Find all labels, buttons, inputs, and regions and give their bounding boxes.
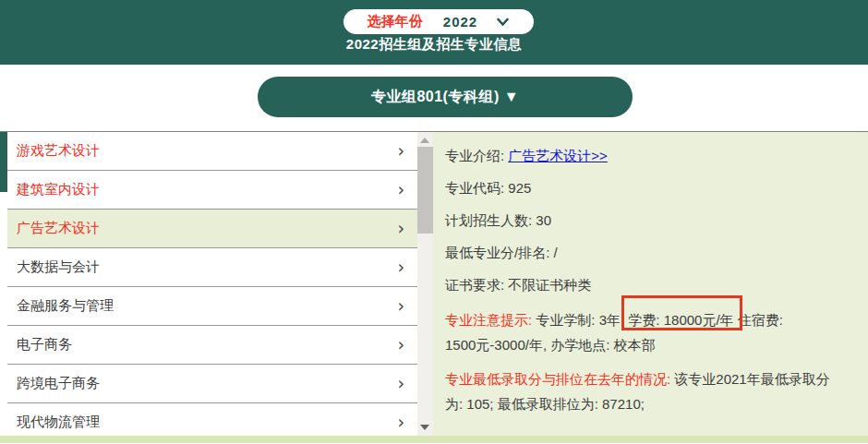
detail-cert-row: 证书要求: 不限证书种类 — [445, 275, 859, 294]
detail-notice-row: 专业注意提示: 专业学制: 3年, 学费: 18000元/年 住宿费:1500元… — [445, 307, 859, 357]
major-list-item[interactable]: 建筑室内设计 › — [7, 171, 417, 210]
tuition-annotation-box: 学费: 18000元/年 — [628, 312, 733, 328]
chevron-down-icon — [496, 18, 510, 27]
chevron-right-icon: › — [397, 258, 404, 276]
major-list-item[interactable]: 现代物流管理 › — [7, 403, 417, 436]
major-label: 金融服务与管理 — [17, 297, 114, 315]
notice-post1: 住宿费: — [734, 312, 783, 328]
scrollbar-thumb[interactable] — [417, 147, 433, 234]
year-selector-label: 选择年份 — [368, 13, 423, 30]
chevron-right-icon: › — [397, 220, 404, 237]
major-list-item[interactable]: 跨境电子商务 › — [7, 365, 417, 403]
history-line1: 该专业2021年最低录取分 — [674, 371, 829, 387]
major-group-button[interactable]: 专业组801(专科组) ▼ — [258, 77, 633, 117]
major-label: 广告艺术设计 — [17, 220, 100, 237]
plan-label: 计划招生人数: — [445, 212, 536, 228]
major-list-item[interactable]: 游戏艺术设计 › — [7, 132, 417, 171]
major-list-item[interactable]: 金融服务与管理 › — [7, 287, 417, 326]
top-header: 选择年份 2022 2022招生组及招生专业信息 — [0, 0, 868, 65]
major-label: 电子商务 — [17, 336, 72, 354]
minscore-label: 最低专业分/排名: — [445, 245, 554, 260]
detail-plan-row: 计划招生人数: 30 — [445, 210, 859, 230]
detail-code-row: 专业代码: 925 — [445, 178, 859, 198]
year-selector-value: 2022 — [443, 14, 477, 30]
plan-value: 30 — [536, 212, 551, 228]
code-value: 925 — [508, 180, 531, 196]
intro-label: 专业介绍: — [445, 148, 508, 163]
footer-bar — [0, 436, 868, 443]
code-label: 专业代码: — [445, 180, 508, 196]
history-label: 专业最低录取分与排位在去年的情况: — [445, 371, 674, 387]
major-list-item[interactable]: 电子商务 › — [7, 326, 417, 365]
detail-minscore-row: 最低专业分/排名: / — [445, 243, 859, 262]
scroll-up-icon[interactable] — [420, 138, 429, 143]
detail-intro-row: 专业介绍: 广告艺术设计>> — [445, 146, 859, 165]
list-scrollbar[interactable] — [417, 132, 433, 436]
scroll-down-icon[interactable] — [420, 425, 429, 430]
notice-post2: 1500元-3000/年, 办学地点: 校本部 — [445, 337, 656, 353]
year-selector[interactable]: 选择年份 2022 — [344, 9, 534, 34]
detail-history-row: 专业最低录取分与排位在去年的情况: 该专业2021年最低录取分为: 105; 最… — [445, 366, 859, 416]
notice-label: 专业注意提示: — [445, 312, 536, 328]
chevron-right-icon: › — [397, 142, 404, 160]
chevron-right-icon: › — [397, 414, 404, 431]
major-label: 现代物流管理 — [17, 414, 100, 431]
minscore-value: / — [554, 245, 558, 260]
chevron-right-icon: › — [397, 181, 404, 198]
major-label: 跨境电子商务 — [17, 375, 100, 392]
left-scroll-thumb[interactable] — [0, 132, 7, 192]
cert-label: 证书要求: — [445, 277, 508, 293]
major-label: 大数据与会计 — [17, 258, 100, 276]
history-line2: 为: 105; 最低录取排位为: 87210; — [445, 396, 645, 412]
major-label: 建筑室内设计 — [17, 181, 100, 198]
major-list: 游戏艺术设计 › 建筑室内设计 › 广告艺术设计 › 大数据与会计 › 金融服务… — [7, 132, 417, 436]
major-detail-panel: 专业介绍: 广告艺术设计>> 专业代码: 925 计划招生人数: 30 最低专业… — [433, 132, 868, 436]
chevron-right-icon: › — [397, 375, 404, 392]
left-scroll-track[interactable] — [0, 132, 7, 436]
major-list-item[interactable]: 大数据与会计 › — [7, 248, 417, 287]
main-content: 游戏艺术设计 › 建筑室内设计 › 广告艺术设计 › 大数据与会计 › 金融服务… — [0, 131, 868, 436]
page-title: 2022招生组及招生专业信息 — [0, 36, 868, 54]
cert-value: 不限证书种类 — [508, 277, 591, 293]
chevron-right-icon: › — [397, 336, 404, 354]
group-button-band: 专业组801(专科组) ▼ — [0, 65, 868, 131]
tuition-text: 学费: 18000元/年 — [628, 312, 733, 328]
notice-pre: 专业学制: 3年, — [536, 312, 628, 328]
major-list-item[interactable]: 广告艺术设计 › — [7, 210, 417, 248]
major-label: 游戏艺术设计 — [17, 142, 100, 160]
chevron-right-icon: › — [397, 297, 404, 315]
major-intro-link[interactable]: 广告艺术设计>> — [508, 148, 608, 163]
